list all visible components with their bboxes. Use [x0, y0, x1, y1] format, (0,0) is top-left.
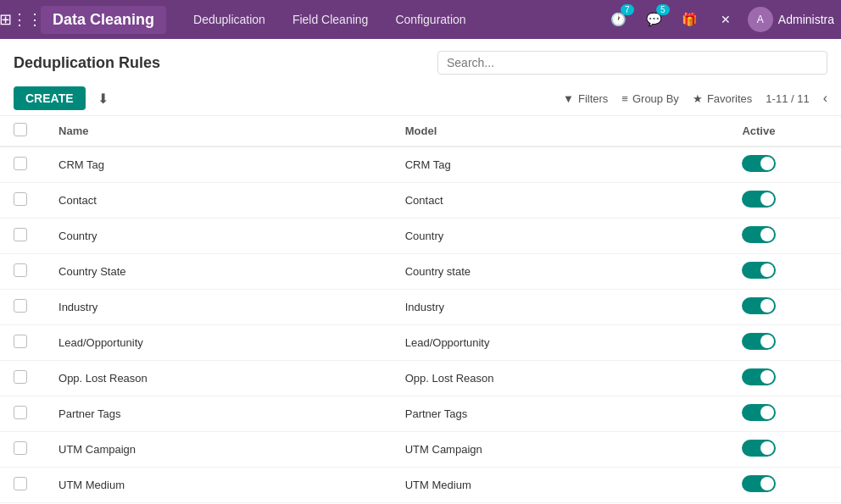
close-button[interactable]: ✕ [712, 6, 739, 33]
row-active-cell [728, 290, 841, 325]
row-model: Lead/Opportunity [392, 325, 729, 361]
groupby-button[interactable]: ≡ Group By [621, 92, 679, 105]
row-checkbox-cell [0, 219, 45, 254]
row-checkbox-cell [0, 432, 45, 468]
row-name[interactable]: Partner Tags [45, 396, 392, 432]
row-checkbox-cell [0, 183, 45, 219]
user-label: Administra [778, 13, 834, 26]
download-icon: ⬇ [97, 91, 109, 106]
row-active-toggle[interactable] [742, 226, 776, 243]
pagination-prev[interactable]: ‹ [823, 91, 827, 106]
header-model[interactable]: Model [392, 116, 729, 147]
row-active-toggle[interactable] [742, 440, 776, 457]
row-name[interactable]: Industry [45, 290, 392, 325]
table-row: UTM Campaign UTM Campaign [0, 432, 841, 468]
header-name[interactable]: Name [45, 116, 392, 147]
row-checkbox[interactable] [14, 192, 27, 206]
row-model: Partner Tags [392, 396, 729, 432]
row-active-toggle[interactable] [742, 191, 776, 208]
row-checkbox-cell [0, 325, 45, 361]
avatar: A [748, 7, 773, 32]
row-model: CRM Tag [392, 147, 729, 183]
row-active-cell [728, 254, 841, 290]
star-icon: ★ [693, 92, 703, 105]
row-active-toggle[interactable] [742, 404, 776, 421]
row-checkbox[interactable] [14, 263, 27, 277]
toolbar: CREATE ⬇ ▼ Filters ≡ Group By ★ Favorite… [0, 81, 841, 116]
app-title[interactable]: Data Cleaning [41, 6, 166, 34]
close-icon: ✕ [721, 13, 731, 26]
search-input[interactable] [437, 51, 827, 75]
row-checkbox[interactable] [14, 228, 27, 241]
row-checkbox-cell [0, 396, 45, 432]
table-row: Contact Contact [0, 183, 841, 219]
row-checkbox-cell [0, 254, 45, 290]
row-active-toggle[interactable] [742, 262, 776, 279]
main-nav: Deduplication Field Cleaning Configurati… [183, 8, 605, 31]
activity-badge: 7 [621, 4, 634, 15]
gift-button[interactable]: 🎁 [677, 6, 704, 33]
row-active-toggle[interactable] [742, 368, 776, 385]
row-checkbox[interactable] [14, 299, 27, 313]
message-button[interactable]: 💬 5 [641, 6, 668, 33]
nav-deduplication[interactable]: Deduplication [183, 8, 276, 31]
nav-configuration[interactable]: Configuration [385, 8, 476, 31]
navbar: ⋮⋮ Data Cleaning Deduplication Field Cle… [0, 0, 841, 39]
nav-field-cleaning[interactable]: Field Cleaning [282, 8, 379, 31]
data-table: Name Model Active CRM Tag CRM Tag [0, 116, 841, 504]
table-row: Country State Country state [0, 254, 841, 290]
row-name[interactable]: Country [45, 219, 392, 254]
row-active-cell [728, 432, 841, 468]
table-header-row: Name Model Active [0, 116, 841, 147]
row-model: UTM Campaign [392, 432, 729, 468]
favorites-button[interactable]: ★ Favorites [693, 92, 752, 105]
row-model: Industry [392, 290, 729, 325]
row-name[interactable]: UTM Medium [45, 468, 392, 503]
toolbar-right: ▼ Filters ≡ Group By ★ Favorites 1-11 / … [563, 91, 827, 106]
row-active-toggle[interactable] [742, 333, 776, 350]
row-checkbox[interactable] [14, 441, 27, 455]
create-button[interactable]: CREATE [14, 86, 86, 110]
select-all-checkbox[interactable] [14, 123, 27, 136]
table-row: Opp. Lost Reason Opp. Lost Reason [0, 361, 841, 396]
header-active[interactable]: Active [728, 116, 841, 147]
table-row: Partner Tags Partner Tags [0, 396, 841, 432]
row-active-cell [728, 183, 841, 219]
row-checkbox[interactable] [14, 370, 27, 384]
table-row: Industry Industry [0, 290, 841, 325]
row-active-toggle[interactable] [742, 475, 776, 492]
row-name[interactable]: Country State [45, 254, 392, 290]
row-active-toggle[interactable] [742, 155, 776, 172]
download-button[interactable]: ⬇ [92, 87, 114, 110]
filter-icon: ▼ [563, 92, 574, 105]
row-active-cell [728, 396, 841, 432]
page-header: Deduplication Rules [0, 39, 841, 81]
row-checkbox[interactable] [14, 406, 27, 419]
row-name[interactable]: Opp. Lost Reason [45, 361, 392, 396]
row-checkbox-cell [0, 147, 45, 183]
row-checkbox-cell [0, 468, 45, 503]
row-name[interactable]: CRM Tag [45, 147, 392, 183]
row-name[interactable]: UTM Campaign [45, 432, 392, 468]
row-active-toggle[interactable] [742, 297, 776, 314]
message-badge: 5 [656, 4, 670, 15]
table-row: CRM Tag CRM Tag [0, 147, 841, 183]
row-name[interactable]: Lead/Opportunity [45, 325, 392, 361]
row-active-cell [728, 361, 841, 396]
row-active-cell [728, 325, 841, 361]
row-model: Country [392, 219, 729, 254]
page-title: Deduplication Rules [14, 54, 160, 72]
row-active-cell [728, 147, 841, 183]
table-row: Lead/Opportunity Lead/Opportunity [0, 325, 841, 361]
filters-button[interactable]: ▼ Filters [563, 92, 608, 105]
row-checkbox[interactable] [14, 335, 27, 348]
row-name[interactable]: Contact [45, 183, 392, 219]
row-checkbox[interactable] [14, 157, 27, 170]
activity-button[interactable]: 🕐 7 [605, 6, 632, 33]
page-wrapper: Deduplication Rules CREATE ⬇ ▼ Filters ≡… [0, 39, 841, 504]
user-menu[interactable]: A Administra [748, 7, 834, 32]
row-checkbox[interactable] [14, 477, 27, 490]
gift-icon: 🎁 [682, 12, 698, 27]
grid-menu-button[interactable]: ⋮⋮ [7, 6, 34, 33]
row-model: Country state [392, 254, 729, 290]
